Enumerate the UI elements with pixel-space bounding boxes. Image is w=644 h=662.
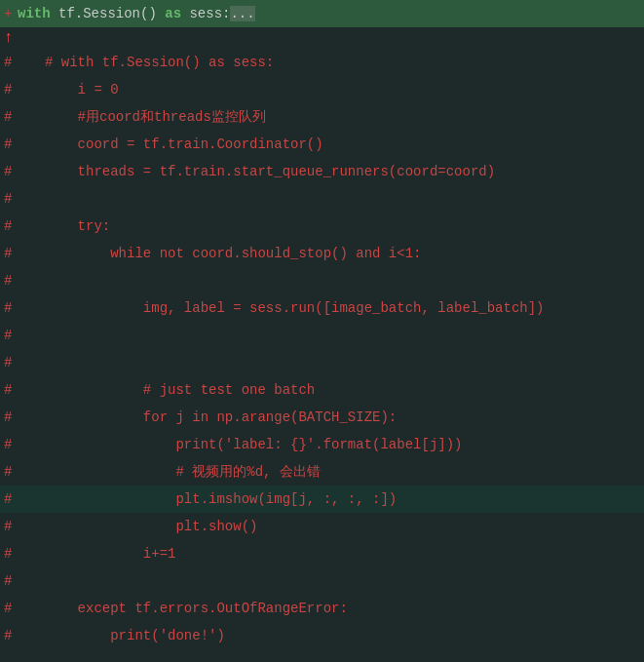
content-2: i = 0 [12,76,118,103]
content-7: try: [12,213,110,240]
gutter-9: # [4,267,12,294]
code-line-3: # #用coord和threads监控队列 [0,103,644,131]
code-line-14: # for j in np.arange(BATCH_SIZE): [0,404,644,431]
content-16: # 视频用的%d, 会出错 [12,458,320,486]
gutter-4: # [4,131,12,158]
gutter-17: # [4,486,12,513]
gutter-12: # [4,349,12,376]
gutter-14: # [4,404,12,431]
content-4: coord = tf.train.Coordinator() [12,131,322,158]
code-line-20: # [0,567,644,595]
gutter-16: # [4,458,12,486]
code-line-15: # print('label: {}'.format(label[j])) [0,431,644,458]
keyword-as: as [165,6,181,21]
arrow-line: ↑ [0,27,644,49]
gutter-6: # [4,185,12,213]
gutter-8: # [4,240,12,267]
code-line-1: # # with tf.Session() as sess: [0,49,644,76]
code-line-12: # [0,349,644,376]
gutter-22: # [4,622,12,649]
code-line-10: # img, label = sess.run([image_batch, la… [0,294,644,322]
content-5: threads = tf.train.start_queue_runners(c… [12,158,495,185]
content-1: # with tf.Session() as sess: [12,49,274,76]
code-line-16: # # 视频用的%d, 会出错 [0,458,644,486]
ellipsis-highlight: ... [230,6,254,21]
gutter-1: # [4,49,12,76]
gutter-15: # [4,431,12,458]
content-3: #用coord和threads监控队列 [12,103,265,131]
code-line-9: # [0,267,644,294]
content-10: img, label = sess.run([image_batch, labe… [12,294,544,322]
first-code-line: + with tf.Session() as sess:... [0,0,644,27]
code-line-11: # [0,322,644,349]
code-editor: + with tf.Session() as sess:... ↑ # # wi… [0,0,644,662]
content-8: while not coord.should_stop() and i<1: [12,240,421,267]
code-line-8: # while not coord.should_stop() and i<1: [0,240,644,267]
code-line-22: # print('done!') [0,622,644,649]
gutter-11: # [4,322,12,349]
gutter-5: # [4,158,12,185]
content-22: print('done!') [12,622,224,649]
content-17: plt.imshow(img[j, :, :, :]) [12,486,397,513]
keyword-with: with [18,6,51,21]
content-19: i+=1 [12,540,175,567]
code-line-18: # plt.show() [0,513,644,540]
code-line-21: # except tf.errors.OutOfRangeError: [0,595,644,622]
content-13: # just test one batch [12,376,315,404]
gutter-3: # [4,103,12,131]
content-21: except tf.errors.OutOfRangeError: [12,595,347,622]
gutter-13: # [4,376,12,404]
code-line-2: # i = 0 [0,76,644,103]
code-line-19: # i+=1 [0,540,644,567]
code-line-6: # [0,185,644,213]
gutter-18: # [4,513,12,540]
code-line-17-selected: # plt.imshow(img[j, :, :, :]) [0,486,644,513]
gutter-20: # [4,567,12,595]
line-gutter-top: + [4,0,18,27]
content-14: for j in np.arange(BATCH_SIZE): [12,404,397,431]
line-content-top: with tf.Session() as sess:... [18,0,255,27]
gutter-7: # [4,213,12,240]
gutter-2: # [4,76,12,103]
gutter-21: # [4,595,12,622]
code-line-5: # threads = tf.train.start_queue_runners… [0,158,644,185]
arrow-icon: ↑ [4,29,14,47]
code-line-4: # coord = tf.train.Coordinator() [0,131,644,158]
code-line-7: # try: [0,213,644,240]
gutter-19: # [4,540,12,567]
content-18: plt.show() [12,513,257,540]
gutter-10: # [4,294,12,322]
code-line-13: # # just test one batch [0,376,644,404]
content-15: print('label: {}'.format(label[j])) [12,431,462,458]
